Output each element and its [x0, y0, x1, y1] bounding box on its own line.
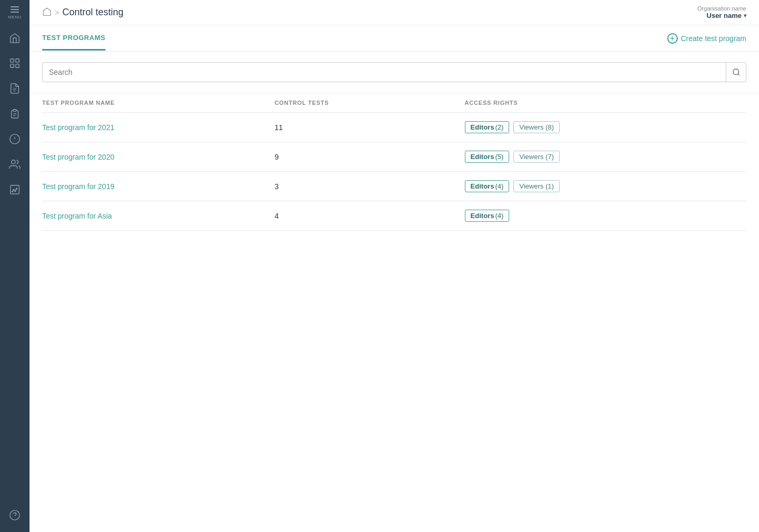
svg-point-18: [10, 510, 20, 520]
editors-badge[interactable]: Editors (4): [465, 180, 510, 192]
table-header-row: TEST PROGRAM NAME CONTROL TESTS ACCESS R…: [42, 93, 746, 113]
viewers-badge[interactable]: Viewers (1): [513, 180, 560, 192]
viewers-badge[interactable]: Viewers (8): [513, 121, 560, 133]
test-programs-table: TEST PROGRAM NAME CONTROL TESTS ACCESS R…: [42, 93, 746, 231]
access-rights: Editors (4): [465, 201, 746, 231]
svg-rect-1: [16, 59, 19, 62]
test-count: 9: [275, 142, 465, 172]
page-title: Control testing: [62, 7, 123, 18]
search-bar: [30, 52, 759, 93]
table-container: TEST PROGRAM NAME CONTROL TESTS ACCESS R…: [30, 93, 759, 231]
sidebar-item-analytics[interactable]: [4, 179, 25, 200]
test-count: 11: [275, 113, 465, 142]
col-header-tests: CONTROL TESTS: [275, 93, 465, 113]
create-test-program-button[interactable]: + Create test program: [667, 33, 747, 44]
access-rights: Editors (4)Viewers (1): [465, 172, 746, 201]
tab-test-programs[interactable]: TEST PROGRAMS: [42, 26, 105, 51]
svg-point-16: [15, 191, 16, 192]
table-row: Test program for 20209Editors (5)Viewers…: [42, 142, 746, 172]
svg-point-15: [13, 189, 14, 190]
breadcrumb-separator: >: [55, 8, 59, 17]
create-icon: +: [667, 33, 678, 44]
user-name[interactable]: User name ▾: [697, 12, 746, 19]
sidebar-item-alerts[interactable]: [4, 129, 25, 150]
table-row: Test program for 202111Editors (2)Viewer…: [42, 113, 746, 142]
editors-badge[interactable]: Editors (5): [465, 151, 510, 163]
test-count: 4: [275, 201, 465, 231]
sidebar-item-clipboard[interactable]: [4, 103, 25, 124]
sidebar-item-home[interactable]: [4, 27, 25, 48]
svg-rect-6: [13, 110, 16, 112]
sidebar: MENU: [0, 0, 30, 532]
svg-point-20: [733, 69, 739, 75]
svg-rect-3: [16, 64, 19, 67]
editors-badge[interactable]: Editors (4): [465, 210, 510, 222]
sidebar-item-help[interactable]: [4, 505, 25, 526]
header-right: Organisation name User name ▾: [697, 5, 746, 19]
menu-button[interactable]: MENU: [0, 0, 30, 25]
hamburger-icon: [11, 6, 19, 13]
svg-point-12: [12, 160, 15, 164]
search-input[interactable]: [43, 68, 726, 76]
header-left: > Control testing: [42, 7, 123, 18]
sidebar-item-documents[interactable]: [4, 78, 25, 99]
viewers-badge[interactable]: Viewers (7): [513, 151, 560, 163]
test-program-link[interactable]: Test program for 2019: [42, 182, 114, 191]
test-program-link[interactable]: Test program for 2021: [42, 123, 114, 132]
svg-point-14: [12, 191, 13, 192]
table-row: Test program for Asia4Editors (4): [42, 201, 746, 231]
col-header-name: TEST PROGRAM NAME: [42, 93, 275, 113]
tabs-bar: TEST PROGRAMS + Create test program: [30, 25, 759, 52]
test-program-link[interactable]: Test program for 2020: [42, 153, 114, 161]
main-content: TEST PROGRAMS + Create test program TEST…: [30, 25, 759, 532]
svg-line-21: [738, 74, 739, 75]
access-rights: Editors (2)Viewers (8): [465, 113, 746, 142]
search-icon[interactable]: [726, 62, 746, 82]
chevron-down-icon: ▾: [744, 13, 746, 18]
home-breadcrumb-icon[interactable]: [42, 7, 52, 18]
header: > Control testing Organisation name User…: [30, 0, 759, 25]
col-header-rights: ACCESS RIGHTS: [465, 93, 746, 113]
table-row: Test program for 20193Editors (4)Viewers…: [42, 172, 746, 201]
sidebar-item-users[interactable]: [4, 154, 25, 175]
menu-label: MENU: [8, 15, 22, 19]
test-program-link[interactable]: Test program for Asia: [42, 212, 112, 220]
sidebar-item-dashboard[interactable]: [4, 53, 25, 74]
svg-rect-0: [11, 59, 14, 62]
svg-rect-13: [11, 185, 20, 194]
test-count: 3: [275, 172, 465, 201]
access-rights: Editors (5)Viewers (7): [465, 142, 746, 172]
svg-rect-2: [11, 64, 14, 67]
editors-badge[interactable]: Editors (2): [465, 121, 510, 133]
search-container: [42, 62, 746, 82]
org-name: Organisation name: [697, 5, 746, 12]
svg-point-17: [16, 188, 17, 189]
